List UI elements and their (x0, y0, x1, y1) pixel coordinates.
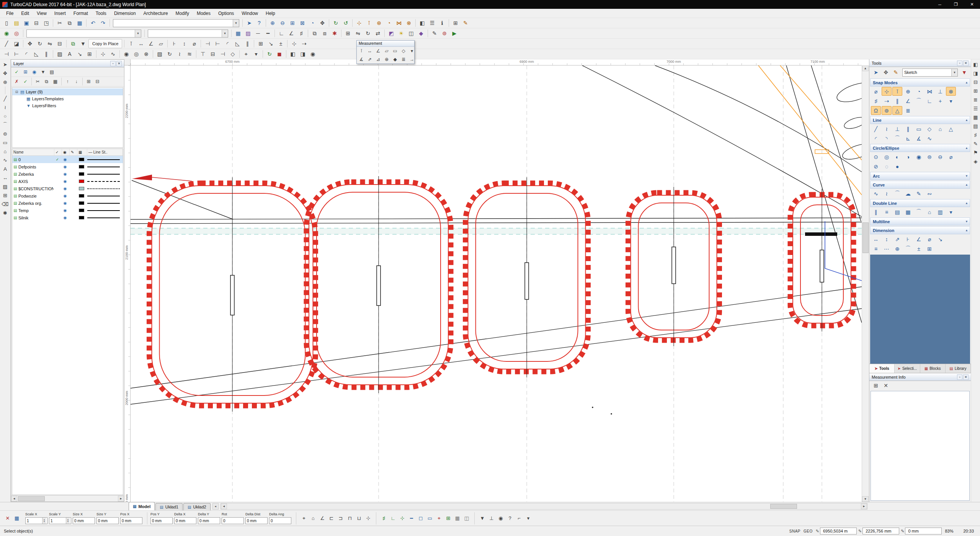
spline-edit-icon[interactable]: ∿ (108, 49, 118, 59)
layer-row-0[interactable]: ▤0✓◉ (12, 156, 123, 163)
tree-item-layersfilters[interactable]: ▼LayersFilters (12, 102, 123, 109)
boolean-intersect-icon[interactable]: ⊗ (142, 49, 151, 59)
arc-tool-icon[interactable]: ⌒ (1, 121, 10, 129)
toolbar-combo[interactable]: ▾ (148, 29, 228, 38)
line-tool-icon[interactable]: ╱ (1, 94, 10, 103)
menu-tools[interactable]: Tools (92, 10, 110, 17)
menu-help[interactable]: Help (262, 10, 279, 17)
perpendicular-from-icon[interactable]: ⊾ (903, 134, 913, 143)
spline-tool-icon[interactable]: ∿ (1, 156, 10, 164)
scroll-down-arrow[interactable]: ▼ (862, 496, 869, 502)
palette-tab-library[interactable]: ▤Library (946, 364, 971, 373)
polyline-icon[interactable]: ≀ (882, 124, 892, 133)
menu-options[interactable]: Options (214, 10, 238, 17)
menu-format[interactable]: Format (70, 10, 92, 17)
view-iso-icon[interactable]: ◇ (228, 49, 237, 59)
close-icon[interactable]: ✕ (116, 61, 122, 66)
line-style-sample[interactable] (87, 217, 120, 218)
print-icon[interactable]: ⊟ (32, 18, 41, 28)
polygon-icon[interactable]: ⌂ (935, 124, 945, 133)
model-space-icon[interactable]: ◻ (416, 514, 425, 523)
modify-chamfer-icon[interactable]: ◺ (233, 39, 242, 48)
menu-edit[interactable]: Edit (17, 10, 33, 17)
flag-panel-icon[interactable]: ⚑ (972, 148, 980, 157)
color-swatch[interactable] (79, 165, 84, 168)
snap-vertex-icon[interactable]: ⊹ (354, 18, 364, 28)
palette-tab-blocks[interactable]: ▦Blocks (920, 364, 946, 373)
section-dimension[interactable]: Dimension▴ (870, 226, 970, 234)
visibility-eye-icon[interactable]: ◉ (61, 165, 69, 169)
tangent-from-arc-icon[interactable]: ◜ (871, 134, 881, 143)
dim-radius-icon[interactable]: ⌀ (924, 235, 934, 243)
rollover-icon[interactable]: ◉ (497, 514, 505, 523)
measure-distance-icon[interactable]: ↔ (366, 47, 374, 55)
section-snap-modes[interactable]: Snap Modes▴ (870, 78, 970, 87)
column-header-c4[interactable]: ▦ (77, 149, 87, 155)
palette-right-icon[interactable]: ◨ (972, 69, 980, 77)
column-header-c3[interactable]: ✎ (70, 149, 77, 155)
cut-icon[interactable]: ✂ (55, 18, 64, 28)
column-header-name[interactable]: Name (12, 149, 54, 155)
paste-icon[interactable]: ▦ (75, 18, 84, 28)
mirror-copy-icon[interactable]: ⇋ (353, 29, 363, 38)
stop-render-icon[interactable]: ◼ (275, 49, 284, 59)
measure-bearing-icon[interactable]: ⇗ (366, 56, 374, 63)
double-line-icon[interactable]: ∥ (871, 208, 881, 216)
spline-fit-icon[interactable]: ∿ (871, 189, 881, 198)
scroll-up-arrow[interactable]: ▲ (862, 65, 869, 71)
quick-dim-icon[interactable]: ⊞ (256, 39, 265, 48)
coordinate-readout-value[interactable]: 0 mm (905, 528, 942, 534)
blocks-panel-icon[interactable]: ▦ (972, 113, 980, 121)
style-combo[interactable]: Sketch ▾ (902, 69, 958, 77)
text-insert-icon[interactable]: A (1, 165, 10, 173)
snap-midpoint-icon[interactable]: ⊺ (892, 87, 902, 96)
snap-perpendicular-icon[interactable]: ⊥ (935, 87, 945, 96)
palette-menu-icon[interactable]: ▼ (960, 68, 969, 77)
line-weight-icon[interactable]: ━ (263, 29, 273, 38)
snap-indicator[interactable]: SNAP (789, 529, 800, 533)
snap-priority-icon[interactable]: ≣ (903, 106, 913, 115)
edit-field-icon[interactable]: ✎ (901, 529, 904, 534)
modify-trim-icon[interactable]: ⊣ (203, 39, 212, 48)
measure-distance-icon[interactable]: ↔ (136, 39, 145, 48)
zoom-extents-icon[interactable]: ⊠ (298, 18, 307, 28)
symbols-panel-icon[interactable]: ◈ (972, 157, 980, 165)
grid-panel-icon[interactable]: ♯ (972, 131, 980, 139)
maximize-button[interactable]: ❐ (948, 0, 964, 9)
snap-ortho-icon[interactable]: ∟ (924, 96, 934, 105)
size-y-input[interactable]: 0 mm (96, 517, 119, 524)
list-view-icon[interactable]: ≣ (972, 95, 980, 104)
tile-vertical-icon[interactable]: ⊞ (972, 87, 980, 95)
menu-architecture[interactable]: Architecture (140, 10, 172, 17)
rectangle-icon[interactable]: ▭ (914, 124, 924, 133)
wcs-icon[interactable]: ⌖ (435, 514, 443, 523)
dim-continuous-icon[interactable]: ⋯ (882, 244, 892, 253)
chevron-up-icon[interactable]: ▴ (966, 183, 967, 186)
snap-quadrant-icon[interactable]: ◔ (914, 87, 924, 96)
library-panel-icon[interactable]: ▤ (972, 122, 980, 130)
delta-y-input[interactable]: 0 mm (198, 517, 220, 524)
drawing-canvas[interactable] (131, 65, 862, 502)
view-sphere-icon[interactable]: ◎ (12, 29, 21, 38)
angle-lock-icon[interactable]: ∠ (287, 29, 296, 38)
array-copy-icon[interactable]: ⊞ (343, 29, 353, 38)
copy-in-place-button[interactable]: Copy In Place (88, 39, 122, 48)
color-swatch[interactable] (79, 158, 84, 161)
geo-indicator[interactable]: GEO (804, 529, 813, 533)
pen-color-icon[interactable]: ▦ (234, 29, 243, 38)
angular-line-icon[interactable]: ∡ (914, 134, 924, 143)
chevron-down-icon[interactable]: ▾ (966, 174, 967, 178)
spinner-arrows-icon[interactable]: ▲▼ (66, 518, 70, 524)
chevron-up-icon[interactable]: ▴ (966, 118, 967, 122)
light-editor-icon[interactable]: ☀ (397, 29, 406, 38)
offset-icon[interactable]: ∥ (42, 49, 51, 59)
scale-x-input[interactable]: 1▲▼ (25, 517, 47, 524)
paste-block-icon[interactable]: ▼ (78, 39, 88, 48)
boolean-subtract-icon[interactable]: ◎ (132, 49, 141, 59)
grid-view-icon[interactable]: ⊞ (871, 381, 880, 390)
chevron-up-icon[interactable]: ▴ (966, 81, 967, 84)
relative-coord-icon[interactable]: ⌂ (309, 514, 317, 523)
dim-ordinate-icon[interactable]: ⊦ (903, 235, 913, 243)
tab-uk-ad1[interactable]: ▤Układ1 (155, 503, 183, 510)
node-edit-icon[interactable]: ⊹ (98, 49, 108, 59)
